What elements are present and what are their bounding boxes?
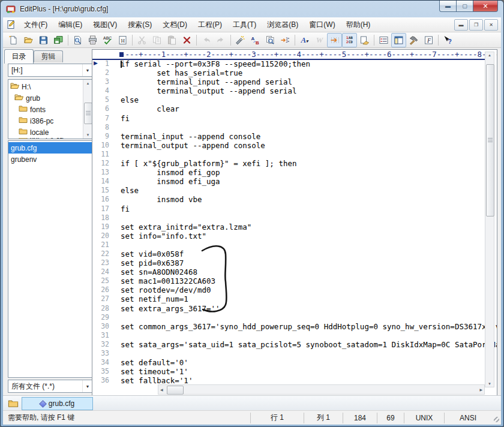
scroll-down-icon[interactable]: ▼ <box>86 133 90 137</box>
code-area[interactable]: 1if serial --port=0x3F8 --speed=115200;t… <box>92 59 485 385</box>
code-line[interactable]: 8 <box>92 123 485 132</box>
tree-item-fonts[interactable]: fonts <box>10 104 92 115</box>
menu-item-1[interactable]: 文件(F) <box>19 18 53 32</box>
minimize-button[interactable]: ▬ <box>439 1 457 12</box>
code-line[interactable]: 33 <box>92 349 485 358</box>
code-line[interactable]: 32set sata_args='sata_uid=1 sata_pcislot… <box>92 340 485 349</box>
file-item-grubcfg[interactable]: grub.cfg <box>8 142 92 154</box>
document-list-button[interactable] <box>376 33 391 47</box>
file-item-grubenv[interactable]: grubenv <box>8 154 92 165</box>
line-numbers-button[interactable]: 1AB2CD <box>342 33 357 47</box>
tab-cliptext[interactable]: 剪辑 <box>34 50 63 62</box>
tab-directory[interactable]: 目录 <box>4 49 34 64</box>
code-line[interactable]: 16 insmod vbe <box>92 195 485 204</box>
code-line[interactable]: 31 <box>92 331 485 340</box>
menu-item-8[interactable]: 浏览器(B) <box>262 18 304 32</box>
drive-selector[interactable]: [H:] ▼ <box>8 64 93 77</box>
code-line[interactable]: 17fi <box>92 205 485 214</box>
code-line[interactable]: 25set mac1=0011322CA603 <box>92 276 485 285</box>
scroll-right-icon[interactable]: ▶ <box>479 387 482 392</box>
tree-scrollbar[interactable]: ▲ ▼ <box>83 80 92 139</box>
code-line[interactable]: 30set common_args_3617='syno_hdd_powerup… <box>92 322 485 331</box>
spell-check-button[interactable]: ABC <box>100 33 115 47</box>
resize-grip[interactable] <box>491 411 501 425</box>
code-line[interactable]: 34set default='0' <box>92 358 485 367</box>
folder-icon[interactable] <box>4 397 22 410</box>
code-line[interactable]: 10terminal_output --append console <box>92 141 485 150</box>
code-line[interactable]: 27set netif_num=1 <box>92 294 485 303</box>
font-button[interactable]: A▾ <box>297 33 312 47</box>
save-button[interactable] <box>36 33 51 47</box>
code-line[interactable]: 18 <box>92 214 485 222</box>
find-button[interactable] <box>233 33 248 47</box>
mdi-close-button[interactable]: ✕ <box>484 19 498 31</box>
code-line[interactable]: 2 set has_serial=true <box>92 68 485 77</box>
tree-item-h[interactable]: H:\ <box>10 81 92 92</box>
document-tab-grub-cfg[interactable]: grub.cfg <box>22 397 93 410</box>
chevron-down-icon[interactable]: ▼ <box>82 64 92 76</box>
code-line[interactable]: 4 terminal_output --append serial <box>92 86 485 95</box>
document-icon[interactable] <box>6 20 16 29</box>
code-line[interactable]: 7fi <box>92 114 485 123</box>
code-line[interactable]: 22set vid=0x058f <box>92 249 485 258</box>
menu-item-2[interactable]: 编辑(E) <box>53 18 88 32</box>
new-file-button[interactable] <box>6 33 21 47</box>
code-line[interactable]: 23set pid=0x6387 <box>92 258 485 267</box>
code-line[interactable]: 20set info="info.txt" <box>92 231 485 240</box>
tree-item-i386pc[interactable]: i386-pc <box>10 115 92 127</box>
scroll-up-icon[interactable]: ▲ <box>485 53 494 57</box>
code-line[interactable]: 26set rootdev=/dev/md0 <box>92 285 485 294</box>
print-button[interactable] <box>85 33 100 47</box>
code-line[interactable]: 13 insmod efi_gop <box>92 168 485 177</box>
save-all-button[interactable] <box>51 33 66 47</box>
mdi-minimize-button[interactable]: ▬ <box>454 19 468 31</box>
code-line[interactable]: 28set extra_args_3617='' <box>92 304 485 313</box>
scroll-up-icon[interactable]: ▲ <box>86 82 90 85</box>
editor-pane[interactable]: ----+----1----+----2----+----3----+----4… <box>92 49 497 396</box>
menu-item-10[interactable]: 帮助(H) <box>341 18 376 32</box>
sidebar-toggle-button[interactable] <box>391 33 406 47</box>
user-tools-button[interactable] <box>406 33 421 47</box>
horizontal-scrollbar-thumb[interactable] <box>167 386 184 395</box>
code-line[interactable]: 11 <box>92 150 485 159</box>
code-line[interactable]: 19set extra_initrd="extra.lzma" <box>92 222 485 231</box>
tree-item-locale[interactable]: locale <box>10 127 92 138</box>
menu-item-9[interactable]: 窗口(W) <box>304 18 340 32</box>
context-help-button[interactable]: ? <box>440 33 455 47</box>
menu-item-5[interactable]: 文档(D) <box>157 18 193 32</box>
code-line[interactable]: 35set timeout='1' <box>92 367 485 376</box>
maximize-button[interactable]: ▢ <box>457 1 473 12</box>
menu-item-6[interactable]: 工程(P) <box>193 18 227 32</box>
goto-next-button[interactable]: 12 <box>278 33 293 47</box>
code-line[interactable]: 1if serial --port=0x3F8 --speed=115200;t… <box>92 59 485 68</box>
file-filter[interactable]: 所有文件 (*.*) ▼ <box>8 380 93 393</box>
code-line[interactable]: 9terminal_input --append console <box>92 132 485 141</box>
mdi-restore-button[interactable]: ❐ <box>469 19 483 31</box>
close-button[interactable]: ✕ <box>473 1 498 12</box>
code-line[interactable]: 14 insmod efi_uga <box>92 177 485 186</box>
code-line[interactable]: 15else <box>92 186 485 195</box>
code-line[interactable]: 12if [ x"${grub_platform}" = xefi ]; the… <box>92 159 485 168</box>
code-line[interactable]: 21 <box>92 240 485 249</box>
code-line[interactable]: 24set sn=A8ODN02468 <box>92 267 485 276</box>
code-line[interactable]: 29 <box>92 313 485 322</box>
print-preview-button[interactable] <box>70 33 85 47</box>
document-settings-button[interactable] <box>357 33 372 47</box>
tree-item-grub[interactable]: grub <box>10 92 92 104</box>
horizontal-scrollbar[interactable]: ◀ ▶ <box>158 384 485 395</box>
tree-scrollbar-thumb[interactable] <box>84 103 92 124</box>
menu-item-7[interactable]: 工具(T) <box>227 18 262 32</box>
tree-item-x8664efi[interactable]: x86_64-efi <box>10 138 92 139</box>
code-line[interactable]: 6 clear <box>92 104 485 113</box>
vertical-scrollbar[interactable]: ▲ ▼ <box>485 52 494 387</box>
show-tabs-button[interactable] <box>327 33 342 47</box>
chevron-down-icon[interactable]: ▼ <box>82 380 92 392</box>
html-document-button[interactable]: H <box>115 33 130 47</box>
menu-item-3[interactable]: 视图(V) <box>88 18 122 32</box>
menu-item-4[interactable]: 搜索(S) <box>122 18 157 32</box>
open-file-button[interactable] <box>21 33 36 47</box>
find-in-files-button[interactable] <box>263 33 278 47</box>
delete-button[interactable] <box>179 33 194 47</box>
vertical-scrollbar-thumb[interactable] <box>486 64 494 216</box>
scroll-left-icon[interactable]: ◀ <box>160 387 163 392</box>
